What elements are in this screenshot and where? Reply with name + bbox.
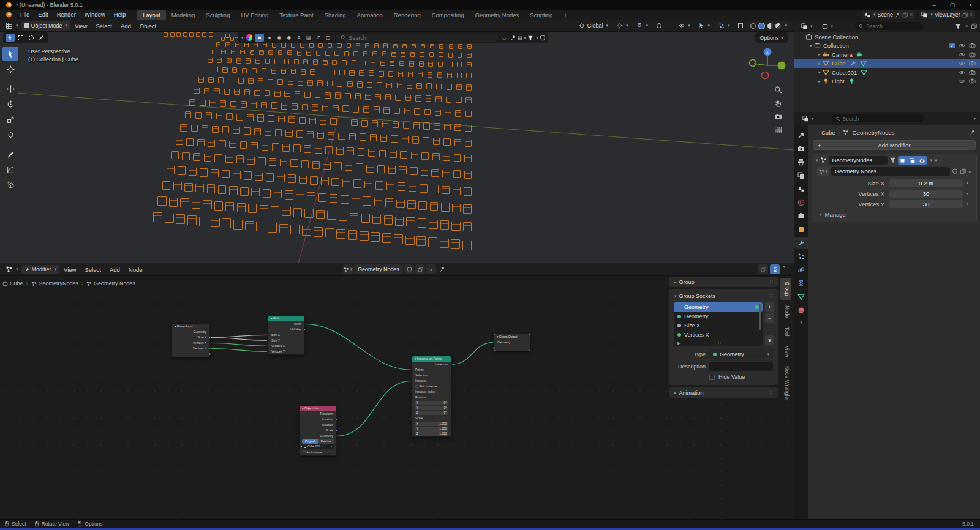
expand-icon[interactable]: ▸ — [816, 70, 823, 75]
cube-instance[interactable] — [447, 84, 452, 90]
cube-instance[interactable] — [288, 80, 293, 86]
cube-instance[interactable] — [275, 129, 282, 136]
disable-render-icon[interactable] — [969, 60, 976, 67]
cube-instance[interactable] — [413, 122, 420, 129]
cube-instance[interactable] — [457, 73, 462, 78]
value-field[interactable]: 30 — [889, 200, 963, 208]
cube-instance[interactable] — [244, 127, 251, 135]
viewport-menu-add[interactable]: Add — [116, 23, 135, 29]
cube-instance[interactable] — [216, 113, 223, 119]
cube-instance[interactable] — [291, 69, 296, 74]
cube-instance[interactable] — [339, 70, 345, 75]
cube-instance[interactable] — [380, 61, 385, 66]
cube-instance[interactable] — [229, 141, 236, 149]
cube-instance[interactable] — [274, 91, 281, 97]
node-grid[interactable]: ▾ GridMeshUV MapSize XSize YVertices XVe… — [268, 315, 305, 355]
cube-instance[interactable] — [458, 44, 462, 49]
cube-instance[interactable] — [244, 89, 251, 95]
cube-instance[interactable] — [454, 124, 461, 131]
toggle-original[interactable]: Original — [302, 439, 318, 444]
cube-instance[interactable] — [436, 84, 442, 90]
cube-instance[interactable] — [297, 51, 302, 56]
sidebar-tab-node-wrangler[interactable]: Node Wrangler — [780, 362, 791, 405]
cube-instance[interactable] — [268, 223, 277, 233]
cube-instance[interactable] — [225, 42, 230, 47]
cube-instance[interactable] — [423, 122, 430, 129]
cube-instance[interactable] — [259, 50, 264, 55]
socket-mesh[interactable] — [304, 323, 306, 325]
workspace-tab-scripting[interactable]: Scripting — [524, 10, 558, 20]
cube-instance[interactable] — [368, 149, 375, 157]
cube-instance[interactable] — [230, 37, 235, 41]
cube-instance[interactable] — [173, 182, 182, 190]
cube-instance[interactable] — [321, 177, 329, 185]
cube-instance[interactable] — [336, 229, 345, 239]
cube-instance[interactable] — [334, 162, 342, 170]
cube-instance[interactable] — [236, 114, 243, 121]
select-circle-button[interactable] — [26, 34, 36, 42]
cube-instance[interactable] — [380, 135, 387, 142]
menu-file[interactable]: File — [16, 10, 34, 20]
cube-instance[interactable] — [219, 140, 226, 148]
new-node-group-button[interactable] — [415, 264, 425, 274]
cube-instance[interactable] — [438, 62, 443, 67]
cube-instance[interactable] — [370, 134, 377, 141]
cube-instance[interactable] — [379, 71, 384, 77]
shield-icon[interactable] — [540, 35, 546, 41]
fake-user-icon[interactable] — [952, 168, 958, 174]
cube-instance[interactable] — [399, 61, 404, 67]
group-socket-item[interactable]: Vertices X — [674, 330, 763, 339]
properties-tab-constraints[interactable] — [794, 277, 808, 289]
cube-instance[interactable] — [465, 140, 472, 147]
shading-options-chevron[interactable]: ▾ — [785, 23, 787, 28]
cube-instance[interactable] — [182, 152, 190, 160]
cube-instance[interactable] — [347, 147, 354, 155]
node-tree-type-dropdown[interactable]: Modifier▾ — [21, 265, 60, 274]
socket-rotation[interactable] — [336, 424, 337, 426]
cube-instance[interactable] — [374, 106, 380, 113]
copy-group-icon[interactable] — [960, 168, 966, 174]
cube-instance[interactable] — [423, 137, 429, 144]
workspace-tab-geometry-nodes[interactable]: Geometry Nodes — [470, 10, 525, 20]
cube-instance[interactable] — [251, 102, 257, 108]
cube-instance[interactable] — [176, 138, 183, 146]
cube-instance[interactable] — [364, 181, 372, 189]
ortho-grid-icon[interactable] — [774, 126, 782, 134]
cube-instance[interactable] — [224, 89, 230, 95]
cube-instance[interactable] — [361, 120, 368, 127]
fake-user-shield-button[interactable] — [404, 264, 414, 274]
outliner-filter-icon[interactable] — [955, 23, 961, 29]
cube-instance[interactable] — [352, 60, 356, 65]
cube-instance[interactable] — [200, 168, 208, 177]
header-toggle-icon[interactable]: ■ — [255, 34, 264, 42]
cube-instance[interactable] — [225, 34, 230, 38]
menu-render[interactable]: Render — [53, 10, 80, 20]
cube-instance[interactable] — [429, 52, 434, 57]
cube-instance[interactable] — [439, 52, 443, 57]
cube-instance[interactable] — [303, 59, 308, 65]
cube-instance[interactable] — [408, 72, 413, 77]
cube-instance[interactable] — [457, 62, 462, 67]
cube-instance[interactable] — [345, 93, 351, 99]
cube-instance[interactable] — [351, 119, 358, 126]
cube-instance[interactable] — [390, 61, 394, 67]
cube-instance[interactable] — [164, 32, 168, 37]
properties-tab-scene[interactable] — [794, 183, 808, 195]
node-field-y[interactable]: Y1.000 — [415, 427, 448, 431]
group-sockets-list[interactable]: GeometryGeometrySize XVertices X▶∷ — [674, 302, 763, 346]
display-realtime-toggle[interactable] — [908, 157, 918, 163]
cube-instance[interactable] — [415, 95, 421, 102]
cube-instance[interactable] — [202, 32, 206, 37]
cube-instance[interactable] — [189, 99, 195, 106]
cube-instance[interactable] — [187, 215, 197, 225]
cube-instance[interactable] — [418, 218, 426, 228]
node-instance[interactable]: ▾ Instance on PointsInstancesPointsSelec… — [412, 356, 451, 437]
cube-instance[interactable] — [284, 59, 289, 64]
cube-instance[interactable] — [296, 130, 303, 138]
cube-instance[interactable] — [466, 84, 472, 91]
cube-instance[interactable] — [404, 108, 410, 114]
options-dropdown[interactable]: Options▾ — [755, 32, 788, 43]
cube-instance[interactable] — [325, 92, 331, 99]
cube-instance[interactable] — [167, 166, 175, 174]
cube-instance[interactable] — [316, 210, 325, 219]
